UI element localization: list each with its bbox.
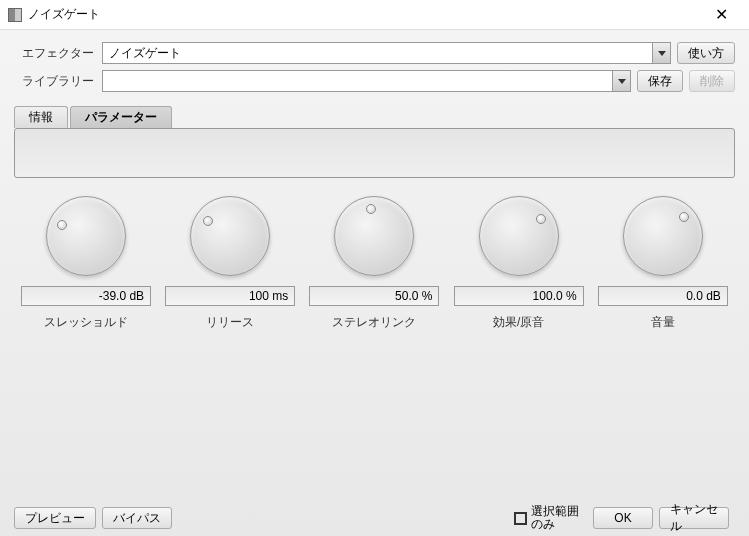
bypass-button[interactable]: バイパス: [102, 507, 172, 529]
tab-info[interactable]: 情報: [14, 106, 68, 128]
knob-value[interactable]: 50.0 %: [309, 286, 439, 306]
app-icon: [8, 8, 22, 22]
knob-dial[interactable]: [623, 196, 703, 276]
preview-button[interactable]: プレビュー: [14, 507, 96, 529]
knob-label: 効果/原音: [493, 314, 544, 331]
cancel-button[interactable]: キャンセル: [659, 507, 729, 529]
close-button[interactable]: ✕: [701, 1, 741, 29]
knob-0: -39.0 dBスレッショルド: [21, 196, 151, 331]
library-label: ライブラリー: [14, 73, 94, 90]
effector-label: エフェクター: [14, 45, 94, 62]
knob-value[interactable]: 0.0 dB: [598, 286, 728, 306]
knob-2: 50.0 %ステレオリンク: [309, 196, 439, 331]
chevron-down-icon: [652, 43, 670, 63]
top-controls: エフェクター ノイズゲート 使い方 ライブラリー 保存 削除: [0, 30, 749, 106]
window-title: ノイズゲート: [28, 6, 701, 23]
knob-dial[interactable]: [190, 196, 270, 276]
delete-button: 削除: [689, 70, 735, 92]
tab-parameters[interactable]: パラメーター: [70, 106, 172, 128]
effector-dropdown[interactable]: ノイズゲート: [102, 42, 671, 64]
ok-button[interactable]: OK: [593, 507, 653, 529]
knob-label: ステレオリンク: [332, 314, 416, 331]
effector-value: ノイズゲート: [109, 45, 181, 62]
knob-indicator: [679, 212, 689, 222]
knob-value[interactable]: -39.0 dB: [21, 286, 151, 306]
knob-indicator: [366, 204, 376, 214]
knob-indicator: [203, 216, 213, 226]
selection-only-checkbox[interactable]: 選択範囲 のみ: [514, 505, 579, 531]
help-button[interactable]: 使い方: [677, 42, 735, 64]
knob-label: 音量: [651, 314, 675, 331]
library-dropdown[interactable]: [102, 70, 631, 92]
knob-label: リリース: [206, 314, 254, 331]
titlebar: ノイズゲート ✕: [0, 0, 749, 30]
knob-4: 0.0 dB音量: [598, 196, 728, 331]
knob-dial[interactable]: [479, 196, 559, 276]
knob-1: 100 msリリース: [165, 196, 295, 331]
selection-only-label: 選択範囲 のみ: [531, 505, 579, 531]
knob-label: スレッショルド: [44, 314, 128, 331]
knob-row: -39.0 dBスレッショルド100 msリリース50.0 %ステレオリンク10…: [0, 178, 749, 331]
checkbox-icon: [514, 512, 527, 525]
knob-indicator: [57, 220, 67, 230]
save-button[interactable]: 保存: [637, 70, 683, 92]
knob-3: 100.0 %効果/原音: [454, 196, 584, 331]
knob-dial[interactable]: [46, 196, 126, 276]
knob-value[interactable]: 100 ms: [165, 286, 295, 306]
bottom-bar: プレビュー バイパス 選択範囲 のみ OK キャンセル: [0, 500, 749, 536]
chevron-down-icon: [612, 71, 630, 91]
knob-dial[interactable]: [334, 196, 414, 276]
knob-indicator: [536, 214, 546, 224]
tabs: 情報 パラメーター: [0, 106, 749, 128]
knob-value[interactable]: 100.0 %: [454, 286, 584, 306]
info-panel: [14, 128, 735, 178]
